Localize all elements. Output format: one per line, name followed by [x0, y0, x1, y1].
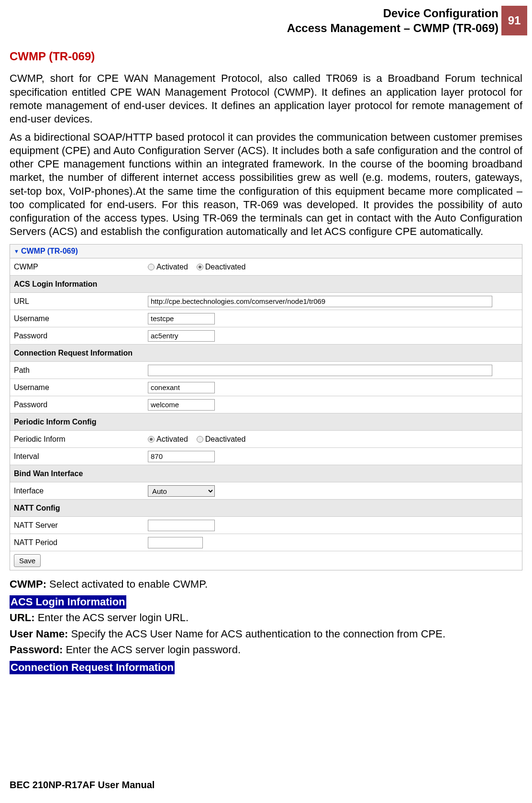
row-conn-user: Username [10, 379, 522, 396]
select-interface[interactable]: Auto [148, 485, 215, 497]
row-acs-pass: Password [10, 327, 522, 345]
panel-title: CWMP (TR-069) [21, 247, 78, 256]
intro-paragraph-2: As a bidirectional SOAP/HTTP based proto… [10, 131, 522, 238]
label-p-deactivated: Deactivated [205, 435, 246, 444]
row-cwmp: CWMP Activated Deactivated [10, 258, 522, 276]
label-deactivated: Deactivated [205, 263, 246, 271]
subheader-bind: Bind Wan Interface [10, 465, 522, 482]
page-number: 91 [501, 6, 527, 35]
label-path: Path [14, 366, 148, 375]
footer: BEC 210NP-R17AF User Manual [10, 780, 155, 791]
highlight-acs: ACS Login Information [10, 595, 126, 609]
input-conn-pass[interactable] [148, 399, 215, 411]
input-url[interactable] [148, 296, 492, 307]
subheader-natt: NATT Config [10, 500, 522, 517]
row-interface: Interface Auto [10, 482, 522, 500]
label-p-activated: Activated [156, 435, 188, 444]
save-button[interactable]: Save [14, 554, 41, 567]
header-title-2: Access Management – CWMP (TR-069) [287, 21, 499, 35]
label-conn-user: Username [14, 383, 148, 392]
radio-cwmp-deactivated[interactable] [197, 264, 203, 270]
collapse-icon: ▼ [14, 248, 19, 254]
input-acs-user[interactable] [148, 313, 215, 324]
desc-user: User Name: Specify the ACS User Name for… [10, 627, 522, 641]
row-conn-pass: Password [10, 396, 522, 413]
cwmp-panel: ▼ CWMP (TR-069) CWMP Activated Deactivat… [10, 244, 522, 570]
radio-periodic-deactivated[interactable] [197, 436, 203, 443]
input-natt-server[interactable] [148, 520, 215, 531]
row-path: Path [10, 362, 522, 379]
label-activated: Activated [156, 263, 188, 271]
highlight-conn: Connection Request Information [10, 661, 175, 674]
desc-pass: Password: Enter the ACS server login pas… [10, 643, 522, 657]
label-periodic: Periodic Inform [14, 435, 148, 444]
label-conn-pass: Password [14, 401, 148, 409]
input-conn-user[interactable] [148, 382, 215, 393]
label-interval: Interval [14, 452, 148, 461]
header-title-1: Device Configuration [287, 6, 499, 21]
section-title: CWMP (TR-069) [10, 50, 522, 63]
row-interval: Interval [10, 448, 522, 465]
subheader-conn: Connection Request Information [10, 345, 522, 362]
row-periodic: Periodic Inform Activated Deactivated [10, 431, 522, 448]
intro-paragraph-1: CWMP, short for CPE WAN Management Proto… [10, 72, 522, 126]
desc-url: URL: Enter the ACS server login URL. [10, 611, 522, 625]
subheader-acs: ACS Login Information [10, 276, 522, 293]
page-header: Device Configuration Access Management –… [0, 0, 532, 39]
input-natt-period[interactable] [148, 537, 203, 548]
row-save: Save [10, 551, 522, 570]
panel-header[interactable]: ▼ CWMP (TR-069) [10, 245, 522, 258]
label-acs-user: Username [14, 314, 148, 323]
label-natt-period: NATT Period [14, 538, 148, 547]
row-natt-server: NATT Server [10, 517, 522, 534]
row-url: URL [10, 293, 522, 310]
label-interface: Interface [14, 487, 148, 495]
label-acs-pass: Password [14, 332, 148, 340]
radio-cwmp-activated[interactable] [148, 264, 155, 270]
radio-periodic-activated[interactable] [148, 436, 155, 443]
input-path[interactable] [148, 365, 492, 376]
subheader-periodic: Periodic Inform Config [10, 413, 522, 431]
label-cwmp: CWMP [14, 263, 148, 271]
label-url: URL [14, 297, 148, 306]
input-interval[interactable] [148, 451, 215, 462]
row-natt-period: NATT Period [10, 534, 522, 551]
label-natt-server: NATT Server [14, 521, 148, 530]
row-acs-user: Username [10, 310, 522, 327]
desc-cwmp: CWMP: Select activated to enable CWMP. [10, 577, 522, 591]
input-acs-pass[interactable] [148, 330, 215, 342]
